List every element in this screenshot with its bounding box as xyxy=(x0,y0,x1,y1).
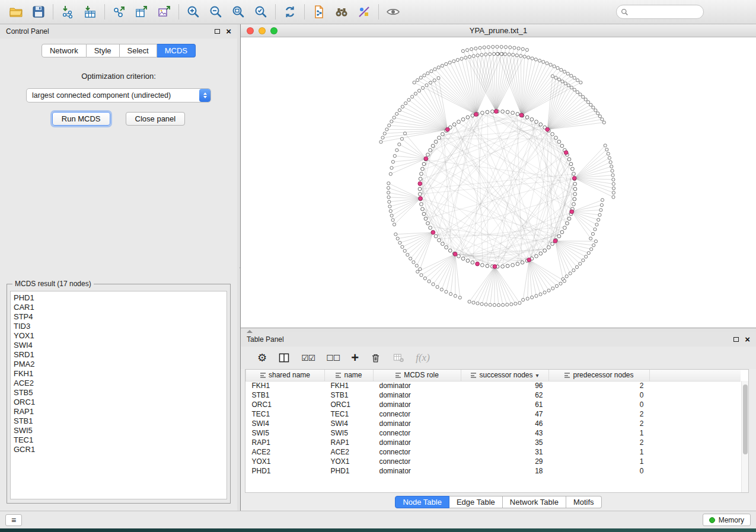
column-header-successor-nodes[interactable]: successor nodes▾ xyxy=(461,370,549,381)
table-cell[interactable]: ACE2 xyxy=(325,447,374,457)
mcds-result-item[interactable]: SWI5 xyxy=(14,426,224,435)
close-panel-button[interactable]: Close panel xyxy=(126,112,186,126)
table-row[interactable]: ORC1ORC1dominator610 xyxy=(246,400,741,409)
table-cell[interactable]: PHD1 xyxy=(325,466,374,476)
table-cell[interactable]: PHD1 xyxy=(246,466,325,476)
tab-node-table[interactable]: Node Table xyxy=(395,496,449,508)
tab-style[interactable]: Style xyxy=(87,44,120,57)
table-cell[interactable]: 61 xyxy=(461,400,549,409)
table-cell[interactable]: 46 xyxy=(461,419,549,428)
table-cell[interactable]: RAP1 xyxy=(325,438,374,447)
table-cell[interactable]: ORC1 xyxy=(246,400,325,409)
close-window-light[interactable] xyxy=(247,27,254,34)
table-cell[interactable]: STB1 xyxy=(246,390,325,400)
table-cell[interactable]: 62 xyxy=(461,390,549,400)
mcds-result-item[interactable]: PHD1 xyxy=(14,293,224,303)
mcds-result-item[interactable]: FKH1 xyxy=(14,369,224,379)
column-header-shared-name[interactable]: shared name xyxy=(246,370,325,381)
mcds-result-item[interactable]: ACE2 xyxy=(14,379,224,388)
minimize-window-light[interactable] xyxy=(259,27,266,34)
network-graph[interactable] xyxy=(241,37,756,328)
table-cell[interactable]: 2 xyxy=(549,438,650,447)
mcds-result-item[interactable]: SWI4 xyxy=(14,341,224,350)
mcds-result-item[interactable]: TEC1 xyxy=(14,435,224,445)
column-header-predecessor-nodes[interactable]: predecessor nodes xyxy=(549,370,650,381)
mcds-result-item[interactable]: SRD1 xyxy=(14,350,224,360)
table-cell[interactable]: 0 xyxy=(549,400,650,409)
select-all-icon[interactable]: ☑☑ xyxy=(301,354,315,362)
table-cell[interactable]: 2 xyxy=(549,381,650,390)
table-cell[interactable]: connector xyxy=(374,428,461,438)
close-panel-icon[interactable]: × xyxy=(226,28,231,35)
table-cell[interactable]: SWI4 xyxy=(325,419,374,428)
mcds-result-item[interactable]: TID3 xyxy=(14,322,224,331)
delete-row-button[interactable] xyxy=(370,352,381,364)
tab-network[interactable]: Network xyxy=(42,44,87,57)
tab-network-table[interactable]: Network Table xyxy=(503,496,566,508)
table-cell[interactable]: 18 xyxy=(461,466,549,476)
save-session-button[interactable] xyxy=(27,2,50,22)
table-cell[interactable]: SWI5 xyxy=(246,428,325,438)
horizontal-splitter[interactable] xyxy=(241,328,756,332)
table-cell[interactable]: dominator xyxy=(374,381,461,390)
table-cell[interactable]: connector xyxy=(374,457,461,466)
table-cell[interactable]: SWI4 xyxy=(246,419,325,428)
zoom-selected-button[interactable] xyxy=(250,2,272,22)
table-row[interactable]: TEC1TEC1connector472 xyxy=(246,409,741,419)
table-cell[interactable]: 43 xyxy=(461,428,549,438)
memory-button[interactable]: Memory xyxy=(703,514,751,526)
column-header-MCDS-role[interactable]: MCDS role xyxy=(374,370,461,381)
mcds-result-item[interactable]: STB1 xyxy=(14,416,224,426)
table-cell[interactable]: 31 xyxy=(461,447,549,457)
float-panel-icon[interactable] xyxy=(215,29,220,34)
table-row[interactable]: PHD1PHD1dominator180 xyxy=(246,466,741,476)
mcds-result-item[interactable]: CAR1 xyxy=(14,303,224,312)
table-cell[interactable]: YOX1 xyxy=(246,457,325,466)
apply-style-button[interactable] xyxy=(353,2,375,22)
optimization-criterion-select[interactable]: largest connected component (undirected) xyxy=(26,88,211,102)
show-columns-icon[interactable] xyxy=(278,352,290,364)
table-cell[interactable]: 35 xyxy=(461,438,549,447)
table-cell[interactable]: dominator xyxy=(374,438,461,447)
mcds-result-item[interactable]: STB5 xyxy=(14,388,224,398)
run-mcds-button[interactable]: Run MCDS xyxy=(52,112,110,126)
float-table-panel-icon[interactable] xyxy=(733,337,739,342)
table-cell[interactable]: STB1 xyxy=(325,390,374,400)
table-cell[interactable]: 1 xyxy=(549,457,650,466)
search-field[interactable] xyxy=(616,5,704,19)
table-cell[interactable]: 47 xyxy=(461,409,549,419)
table-cell[interactable]: 0 xyxy=(549,466,650,476)
table-cell[interactable]: ORC1 xyxy=(325,400,374,409)
tab-mcds[interactable]: MCDS xyxy=(157,44,196,57)
import-table-button[interactable] xyxy=(79,2,101,22)
table-cell[interactable]: dominator xyxy=(374,400,461,409)
table-row[interactable]: FKH1FKH1dominator962 xyxy=(246,381,741,390)
table-row[interactable]: SWI4SWI4dominator462 xyxy=(246,419,741,428)
mcds-result-item[interactable]: YOX1 xyxy=(14,331,224,341)
table-scrollbar-thumb[interactable] xyxy=(743,384,748,454)
export-table-button[interactable] xyxy=(130,2,153,22)
chevron-down-icon[interactable]: ▾ xyxy=(536,372,539,379)
status-menu-button[interactable]: ≡ xyxy=(5,514,22,526)
tab-motifs[interactable]: Motifs xyxy=(566,496,602,508)
table-cell[interactable]: FKH1 xyxy=(246,381,325,390)
column-header-name[interactable]: name xyxy=(325,370,374,381)
table-row[interactable]: STB1STB1dominator620 xyxy=(246,390,741,400)
network-window-titlebar[interactable]: YPA_prune.txt_1 xyxy=(241,24,756,37)
table-cell[interactable]: 1 xyxy=(549,428,650,438)
maximize-window-light[interactable] xyxy=(270,27,277,34)
table-cell[interactable]: dominator xyxy=(374,390,461,400)
table-scrollbar[interactable] xyxy=(741,381,748,492)
search-input[interactable] xyxy=(631,8,699,16)
table-cell[interactable]: 2 xyxy=(549,419,650,428)
show-graphics-details-button[interactable] xyxy=(382,2,404,22)
table-row[interactable]: ACE2ACE2connector311 xyxy=(246,447,741,457)
table-cell[interactable]: SWI5 xyxy=(325,428,374,438)
table-cell[interactable]: 2 xyxy=(549,409,650,419)
table-cell[interactable]: ACE2 xyxy=(246,447,325,457)
open-file-button[interactable] xyxy=(5,2,27,22)
mcds-result-list[interactable]: PHD1CAR1STP4TID3YOX1SWI4SRD1PMA2FKH1ACE2… xyxy=(10,291,227,499)
mcds-result-item[interactable]: ORC1 xyxy=(14,398,224,407)
column-settings-gear-icon[interactable]: ⚙ xyxy=(257,352,267,363)
table-row[interactable]: SWI5SWI5connector431 xyxy=(246,428,741,438)
